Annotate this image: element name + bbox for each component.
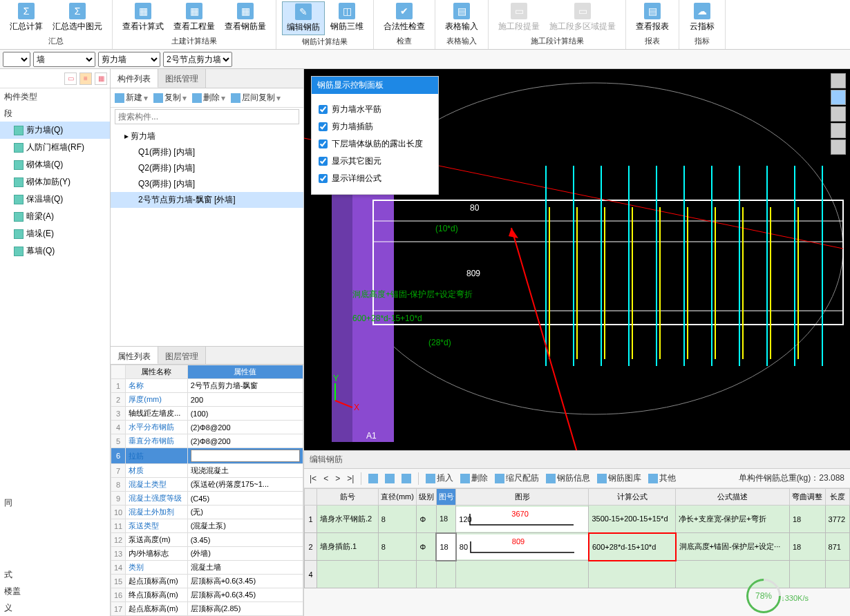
ribbon-施工段提量[interactable]: ▭施工段提量 <box>494 1 544 34</box>
view-btn-5[interactable] <box>831 139 846 155</box>
nav-btn[interactable]: >| <box>347 474 354 483</box>
prop-value[interactable]: (2)Φ8@200 <box>187 434 303 448</box>
rebar-no[interactable]: 18 <box>436 533 455 561</box>
view-btn-2[interactable] <box>831 90 846 105</box>
ribbon-汇总选中图元[interactable]: Σ汇总选中图元 <box>48 1 106 34</box>
prop-value[interactable]: 层顶标高+0.6(3.45) <box>187 575 303 588</box>
rebar-len[interactable]: 3772 <box>825 506 849 533</box>
tab-构件列表[interactable]: 构件列表 <box>111 69 158 88</box>
prop-value-input[interactable] <box>191 450 300 462</box>
ribbon-编辑钢筋[interactable]: ✎编辑钢筋 <box>282 1 325 35</box>
ribbon-表格输入[interactable]: ▤表格输入 <box>441 1 482 34</box>
btn-删除[interactable]: 删除▾ <box>192 92 225 104</box>
left-tb-2[interactable]: ≡ <box>79 73 92 85</box>
btn-新建[interactable]: 新建▾ <box>115 92 148 104</box>
tree-item[interactable]: Q1(两排) [内墙] <box>111 144 303 160</box>
dropdown-shearwall[interactable]: 剪力墙 <box>98 52 160 67</box>
btn-层间复制[interactable]: 层间复制▾ <box>231 92 281 104</box>
rebar-formula[interactable]: 3500-15+200-15+15*d <box>589 506 676 533</box>
prop-value[interactable]: (C45) <box>187 492 303 506</box>
view-btn-3[interactable] <box>831 106 846 122</box>
rebar-dia[interactable]: 8 <box>378 533 417 561</box>
tool-btn[interactable] <box>385 474 395 483</box>
left-tb-1[interactable]: ▭ <box>64 73 77 85</box>
ribbon-合法性检查[interactable]: ✔合法性检查 <box>379 1 429 34</box>
prop-tab[interactable]: 属性列表 <box>111 347 158 364</box>
btn-钢筋信息[interactable]: 钢筋信息 <box>546 472 590 484</box>
check-显示其它图元[interactable]: 显示其它图元 <box>319 153 431 170</box>
dropdown-blank-1[interactable] <box>3 52 30 67</box>
left-item[interactable]: 剪力墙(Q) <box>0 122 110 139</box>
dropdown-component[interactable]: 2号节点剪力墙- <box>163 52 232 67</box>
left-item[interactable]: 墙垛(E) <box>0 225 110 242</box>
tool-btn[interactable] <box>402 474 411 483</box>
prop-value[interactable]: (100) <box>187 407 303 421</box>
btn-其他[interactable]: 其他 <box>648 472 676 484</box>
prop-value[interactable]: 现浇混凝土 <box>187 464 303 478</box>
rebar-shape[interactable]: 1203670 <box>456 506 589 533</box>
tree-root[interactable]: ▸ 剪力墙 <box>111 128 303 144</box>
check-下层墙体纵筋的露出长度[interactable]: 下层墙体纵筋的露出长度 <box>319 135 431 153</box>
nav-btn[interactable]: > <box>335 474 340 483</box>
prop-value[interactable]: (混凝土泵) <box>187 519 303 533</box>
check-剪力墙插筋[interactable]: 剪力墙插筋 <box>319 118 431 135</box>
tree-item[interactable]: 2号节点剪力墙-飘窗 [外墙] <box>111 192 303 208</box>
ribbon-查看工程量[interactable]: ▦查看工程量 <box>169 1 219 34</box>
rebar-name[interactable]: 墙身水平钢筋.2 <box>317 506 379 533</box>
view-btn-1[interactable] <box>831 73 846 88</box>
prop-value[interactable] <box>187 448 303 464</box>
prop-value[interactable]: 层顶标高+0.6(3.45) <box>187 588 303 602</box>
ribbon-汇总计算[interactable]: Σ汇总计算 <box>6 1 47 34</box>
left-item[interactable]: 幕墙(Q) <box>0 242 110 260</box>
prop-value[interactable]: 混凝土墙 <box>187 561 303 575</box>
prop-value[interactable]: (3.45) <box>187 533 303 547</box>
tree-item[interactable]: Q3(两排) [内墙] <box>111 176 303 192</box>
ribbon-施工段多区域提量[interactable]: ▭施工段多区域提量 <box>545 1 620 34</box>
tool-btn[interactable] <box>368 474 378 483</box>
tree-item[interactable]: Q2(两排) [内墙] <box>111 160 303 176</box>
view-btn-4[interactable] <box>831 123 846 138</box>
left-item[interactable]: 砌体墙(Q) <box>0 156 110 173</box>
ribbon-查看钢筋量[interactable]: ▦查看钢筋量 <box>220 1 270 34</box>
ribbon-查看报表[interactable]: ▤查看报表 <box>632 1 673 34</box>
check-显示详细公式[interactable]: 显示详细公式 <box>319 170 431 187</box>
rebar-no[interactable]: 18 <box>436 506 455 533</box>
btn-插入[interactable]: 插入 <box>426 472 453 484</box>
prop-value[interactable]: (2)Φ8@200 <box>187 421 303 434</box>
rebar-len[interactable]: 871 <box>825 533 849 561</box>
btn-缩尺配筋[interactable]: 缩尺配筋 <box>495 472 539 484</box>
prop-value[interactable]: (泵送砼(坍落度175~1... <box>187 478 303 492</box>
left-item[interactable]: 人防门框墙(RF) <box>0 139 110 156</box>
prop-value[interactable]: (外墙) <box>187 547 303 561</box>
nav-btn[interactable]: |< <box>310 474 317 483</box>
btn-删除[interactable]: 删除 <box>460 472 488 484</box>
btn-复制[interactable]: 复制▾ <box>153 92 187 104</box>
prop-value[interactable]: 2号节点剪力墙-飘窗 <box>187 379 303 393</box>
rebar-grade[interactable]: Φ <box>417 506 436 533</box>
search-input[interactable] <box>115 109 299 124</box>
rebar-grade[interactable]: Φ <box>417 533 436 561</box>
dropdown-wall[interactable]: 墙 <box>33 52 95 67</box>
rebar-adj[interactable]: 18 <box>789 533 825 561</box>
ribbon-云指标[interactable]: ☁云指标 <box>685 1 719 34</box>
rebar-shape[interactable]: 80809 <box>456 533 589 561</box>
left-item[interactable]: 暗梁(A) <box>0 208 110 225</box>
left-item[interactable]: 保温墙(Q) <box>0 191 110 208</box>
prop-value[interactable]: (无) <box>187 506 303 519</box>
rebar-dia[interactable]: 8 <box>378 506 417 533</box>
prop-value[interactable]: 200 <box>187 393 303 407</box>
tab-图纸管理[interactable]: 图纸管理 <box>158 69 206 88</box>
rebar-name[interactable]: 墙身插筋.1 <box>317 533 379 561</box>
left-tb-3[interactable]: ▦ <box>95 73 107 85</box>
rebar-desc[interactable]: 净长+支座宽-保护层+弯折 <box>676 506 790 533</box>
rebar-adj[interactable]: 18 <box>789 506 825 533</box>
prop-value[interactable]: 层顶标高(2.85) <box>187 602 303 616</box>
btn-钢筋图库[interactable]: 钢筋图库 <box>597 472 641 484</box>
rebar-formula[interactable]: 600+28*d-15+10*d <box>589 533 676 561</box>
ribbon-查看计算式[interactable]: ▦查看计算式 <box>118 1 168 34</box>
check-剪力墙水平筋[interactable]: 剪力墙水平筋 <box>319 101 431 118</box>
left-item[interactable]: 砌体加筋(Y) <box>0 173 110 191</box>
viewport-3d[interactable]: 80 (10*d) 809 洞底高度+锚固-保护层+设定弯折 600+28*d-… <box>304 69 850 450</box>
ribbon-钢筋三维[interactable]: ◫钢筋三维 <box>326 1 368 35</box>
rebar-desc[interactable]: 洞底高度+锚固-保护层+设定··· <box>676 533 790 561</box>
